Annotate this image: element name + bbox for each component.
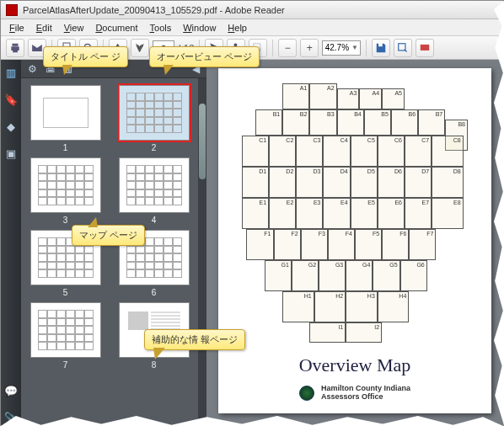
thumbnail-number: 2 [152, 143, 157, 152]
separator [272, 40, 273, 56]
grid-cell: F4 [328, 229, 355, 260]
thumbnail-number: 4 [152, 216, 157, 225]
page-sheet: A1A2A3A4A5B1B2B3B4B5B6B7B8C1C2C3C4C5C6C7… [218, 68, 491, 413]
thumbnail-page[interactable]: 3 [24, 157, 106, 225]
thumbnail-page[interactable]: 4 [113, 157, 195, 225]
grid-cell: D6 [378, 167, 405, 198]
thumbnails-grid: 12345678 [21, 78, 198, 425]
grid-cell: B4 [337, 109, 364, 136]
grid-cell: A4 [359, 88, 382, 109]
menu-window[interactable]: Window [178, 21, 221, 35]
chevron-down-icon: ▼ [351, 40, 358, 56]
grid-cell: G1 [265, 260, 292, 291]
zoom-out-button[interactable]: − [278, 39, 297, 57]
thumbnail-number: 6 [152, 288, 157, 297]
save-button[interactable] [372, 39, 390, 57]
overview-title: Overview Map [227, 354, 483, 376]
grid-cell: D1 [242, 167, 269, 198]
thumbnail-number: 7 [63, 360, 68, 370]
grid-cell: D8 [432, 167, 464, 198]
grid-cell: E5 [351, 198, 378, 229]
zoom-combo[interactable]: 42.7%▼ [322, 40, 361, 56]
grid-cell: G3 [319, 260, 346, 291]
layers-tab-icon[interactable]: ◆ [3, 119, 19, 134]
grid-cell: G4 [346, 260, 373, 291]
titlebar: ParcelAtlasAfterUpdate_20090413_105529.p… [1, 1, 503, 19]
grid-cell: C6 [378, 136, 405, 167]
grid-cell: A2 [309, 83, 336, 109]
thumbnail-page[interactable]: 1 [24, 85, 106, 152]
grid-cell: D7 [405, 167, 432, 198]
grid-cell: E8 [432, 198, 464, 229]
grid-cell: E3 [296, 198, 323, 229]
grid-cell: A5 [382, 88, 405, 109]
grid-cell: D5 [351, 167, 378, 198]
grid-cell: G5 [373, 260, 399, 291]
grid-cell: H3 [346, 291, 378, 322]
next-page-button[interactable]: ⮟ [131, 39, 149, 57]
callout-ancillary-page: 補助的な情 報ページ [144, 329, 245, 350]
svg-rect-3 [399, 43, 405, 50]
signatures-tab-icon[interactable]: ▣ [3, 146, 19, 161]
comments-tab-icon[interactable]: 💬 [3, 383, 19, 398]
grid-cell: G2 [292, 260, 319, 291]
grid-cell: F3 [301, 229, 328, 260]
thumbnails-tab-icon[interactable]: ▥ [3, 65, 19, 80]
callout-map-page: マップ ページ [72, 225, 145, 246]
grid-cell: C5 [351, 136, 378, 167]
zoom-value: 42.7% [325, 40, 349, 56]
separator [366, 40, 367, 56]
credit: Hamilton County Indiana Assessors Office [227, 385, 483, 402]
menu-document[interactable]: Document [90, 21, 142, 35]
grid-cell: B7 [418, 109, 445, 136]
menu-edit[interactable]: Edit [31, 21, 57, 35]
pdf-icon [6, 4, 18, 16]
overview-grid: A1A2A3A4A5B1B2B3B4B5B6B7B8C1C2C3C4C5C6C7… [242, 83, 468, 343]
grid-cell: F2 [274, 229, 301, 260]
scrollbar-thumb[interactable] [199, 104, 206, 179]
grid-cell: C2 [269, 136, 296, 167]
grid-cell: I2 [346, 322, 382, 343]
grid-cell: F5 [355, 229, 382, 260]
thumbnail-page[interactable]: 2 [113, 85, 195, 152]
collab-button[interactable] [416, 39, 434, 57]
menu-file[interactable]: File [4, 21, 29, 35]
grid-cell: H1 [282, 291, 314, 322]
grid-cell: I1 [309, 322, 346, 343]
thumbnail-number: 5 [63, 288, 68, 297]
thumbnail-number: 8 [152, 360, 157, 370]
grid-cell: D3 [296, 167, 323, 198]
app-window: ParcelAtlasAfterUpdate_20090413_105529.p… [0, 0, 504, 426]
zoom-in-button[interactable]: + [300, 39, 319, 57]
grid-cell: E4 [323, 198, 350, 229]
grid-cell: B5 [364, 109, 391, 136]
svg-rect-4 [421, 44, 430, 50]
thumbnail-number: 1 [63, 143, 68, 152]
grid-cell: H2 [314, 291, 346, 322]
grid-cell: C1 [242, 136, 269, 167]
menubar: File Edit View Document Tools Window Hel… [1, 19, 503, 36]
options-icon[interactable]: ⚙ [26, 63, 38, 75]
thumbnail-number: 3 [63, 216, 68, 225]
search-button[interactable] [394, 39, 412, 57]
grid-cell: C7 [405, 136, 432, 167]
menu-help[interactable]: Help [223, 21, 252, 35]
menu-tools[interactable]: Tools [145, 21, 177, 35]
thumbnail-page[interactable]: 7 [24, 302, 106, 370]
grid-cell: B3 [309, 109, 336, 136]
credit-line2: Assessors Office [321, 393, 410, 402]
thumbnails-scrollbar[interactable] [198, 78, 206, 425]
nav-pane: ▥ 🔖 ◆ ▣ 💬 📎 [1, 60, 21, 425]
grid-cell: F6 [382, 229, 409, 260]
menu-view[interactable]: View [59, 21, 89, 35]
callout-overview-page: オーバービュー ページ [149, 46, 260, 67]
grid-cell: E1 [242, 198, 269, 229]
grid-cell: D4 [323, 167, 350, 198]
bookmarks-tab-icon[interactable]: 🔖 [3, 92, 19, 107]
grid-cell: C4 [323, 136, 350, 167]
document-view[interactable]: A1A2A3A4A5B1B2B3B4B5B6B7B8C1C2C3C4C5C6C7… [206, 60, 503, 425]
attachments-tab-icon[interactable]: 📎 [3, 410, 19, 425]
grid-cell: F7 [409, 229, 436, 260]
window-title: ParcelAtlasAfterUpdate_20090413_105529.p… [23, 5, 285, 15]
print-button[interactable] [6, 39, 24, 57]
